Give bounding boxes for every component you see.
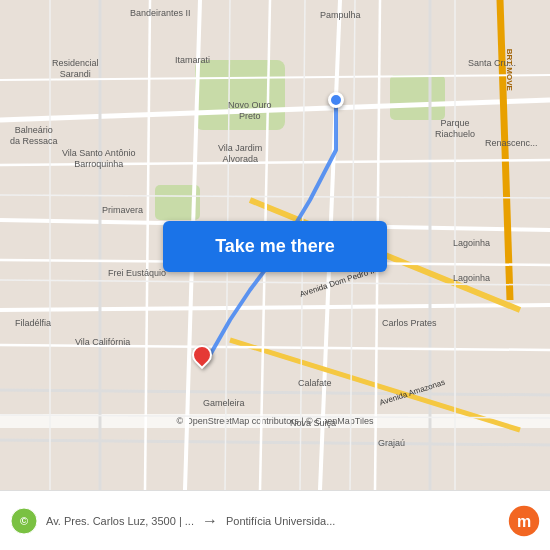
svg-line-15: [0, 160, 550, 165]
map-container: Bandeirantes II Pampulha Itamarati Resid…: [0, 0, 550, 490]
svg-line-14: [500, 0, 510, 300]
svg-line-5: [0, 305, 550, 310]
svg-text:m: m: [517, 512, 531, 529]
svg-text:©: ©: [20, 515, 28, 527]
svg-rect-0: [195, 60, 285, 130]
svg-line-7: [0, 440, 550, 445]
from-location: Av. Pres. Carlos Luz, 3500 | ...: [46, 515, 194, 527]
take-me-there-button[interactable]: Take me there: [163, 221, 387, 272]
svg-line-17: [0, 345, 550, 350]
moovit-icon: m: [508, 505, 540, 537]
svg-line-22: [0, 195, 550, 198]
destination-pin: [188, 341, 216, 369]
svg-line-23: [0, 280, 550, 285]
svg-rect-2: [390, 75, 445, 120]
bottom-bar: © Av. Pres. Carlos Luz, 3500 | ... → Pon…: [0, 490, 550, 550]
osm-icon: ©: [10, 507, 38, 535]
svg-line-6: [0, 390, 550, 395]
origin-marker: [328, 92, 344, 108]
direction-arrow: →: [202, 512, 218, 530]
moovit-logo: m: [508, 505, 540, 537]
destination-marker: [192, 345, 212, 365]
to-location: Pontifícia Universida...: [226, 515, 500, 527]
